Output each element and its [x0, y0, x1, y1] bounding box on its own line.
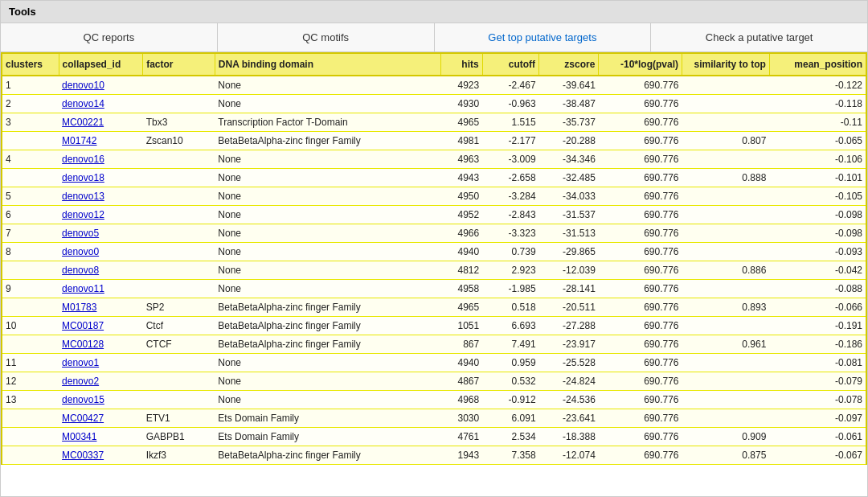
cell-collapsed-id[interactable]: denovo15 [59, 391, 143, 409]
cell-cluster: 3 [2, 113, 59, 132]
cell-collapsed-id[interactable]: M00341 [59, 428, 143, 446]
cell-logpval: 690.776 [599, 391, 682, 409]
cell-cluster: 4 [2, 150, 59, 169]
cell-dna: None [215, 243, 441, 261]
cell-mean: -0.118 [769, 95, 866, 113]
cell-dna: BetaBetaAlpha-zinc finger Family [215, 317, 441, 335]
tab-check[interactable]: Check a putative target [651, 23, 867, 51]
cell-factor [143, 224, 215, 243]
cell-hits: 4950 [441, 187, 482, 206]
table-row: M01742Zscan10BetaBetaAlpha-zinc finger F… [2, 132, 866, 150]
cell-hits: 4867 [441, 372, 482, 391]
table-row: 8denovo0None49400.739-29.865690.776-0.09… [2, 243, 866, 261]
cell-mean: -0.105 [769, 187, 866, 206]
cell-dna: None [215, 206, 441, 224]
cell-logpval: 690.776 [599, 76, 682, 95]
table-row: 4denovo16None4963-3.009-34.346690.776-0.… [2, 150, 866, 169]
cell-similarity: 0.886 [682, 261, 770, 280]
cell-collapsed-id[interactable]: denovo1 [59, 354, 143, 372]
cell-logpval: 690.776 [599, 428, 682, 446]
tab-qc-reports[interactable]: QC reports [1, 23, 218, 51]
cell-hits: 4963 [441, 150, 482, 169]
table-row: denovo8None48122.923-12.039690.7760.886-… [2, 261, 866, 280]
table-row: 12denovo2None48670.532-24.824690.776-0.0… [2, 372, 866, 391]
cell-dna: None [215, 280, 441, 298]
cell-collapsed-id[interactable]: MC00221 [59, 113, 143, 132]
tab-qc-motifs[interactable]: QC motifs [218, 23, 435, 51]
cell-factor [143, 169, 215, 187]
cell-mean: -0.066 [769, 298, 866, 317]
cell-factor [143, 372, 215, 391]
cell-zscore: -34.033 [539, 187, 599, 206]
cell-zscore: -39.641 [539, 76, 599, 95]
cell-factor [143, 261, 215, 280]
cell-collapsed-id[interactable]: denovo16 [59, 150, 143, 169]
cell-hits: 4966 [441, 224, 482, 243]
cell-similarity [682, 280, 770, 298]
cell-factor [143, 391, 215, 409]
cell-collapsed-id[interactable]: denovo18 [59, 169, 143, 187]
cell-zscore: -23.917 [539, 335, 599, 354]
cell-mean: -0.088 [769, 280, 866, 298]
cell-collapsed-id[interactable]: M01783 [59, 298, 143, 317]
cell-similarity [682, 206, 770, 224]
cell-collapsed-id[interactable]: denovo2 [59, 372, 143, 391]
cell-similarity: 0.961 [682, 335, 770, 354]
cell-cluster: 10 [2, 317, 59, 335]
cell-mean: -0.065 [769, 132, 866, 150]
cell-hits: 4965 [441, 113, 482, 132]
cell-factor: Ikzf3 [143, 446, 215, 465]
cell-collapsed-id[interactable]: denovo0 [59, 243, 143, 261]
cell-collapsed-id[interactable]: denovo14 [59, 95, 143, 113]
cell-cutoff: -0.963 [482, 95, 538, 113]
cell-collapsed-id[interactable]: denovo13 [59, 187, 143, 206]
cell-cluster [2, 298, 59, 317]
cell-cutoff: -2.177 [482, 132, 538, 150]
cell-similarity [682, 187, 770, 206]
cell-zscore: -12.039 [539, 261, 599, 280]
cell-collapsed-id[interactable]: MC00187 [59, 317, 143, 335]
cell-collapsed-id[interactable]: denovo10 [59, 76, 143, 95]
cell-factor [143, 280, 215, 298]
cell-zscore: -35.737 [539, 113, 599, 132]
cell-mean: -0.042 [769, 261, 866, 280]
cell-logpval: 690.776 [599, 317, 682, 335]
cell-collapsed-id[interactable]: denovo11 [59, 280, 143, 298]
cell-dna: BetaBetaAlpha-zinc finger Family [215, 335, 441, 354]
table-row: 9denovo11None4958-1.985-28.141690.776-0.… [2, 280, 866, 298]
table-row: 5denovo13None4950-3.284-34.033690.776-0.… [2, 187, 866, 206]
cell-hits: 4952 [441, 206, 482, 224]
cell-dna: BetaBetaAlpha-zinc finger Family [215, 446, 441, 465]
cell-cluster: 12 [2, 372, 59, 391]
cell-zscore: -29.865 [539, 243, 599, 261]
table-wrapper[interactable]: clusters collapsed_id factor DNA binding… [1, 52, 867, 496]
cell-collapsed-id[interactable]: MC00427 [59, 409, 143, 428]
cell-collapsed-id[interactable]: denovo8 [59, 261, 143, 280]
cell-dna: None [215, 224, 441, 243]
content-area: clusters collapsed_id factor DNA binding… [1, 52, 867, 496]
cell-collapsed-id[interactable]: MC00128 [59, 335, 143, 354]
cell-zscore: -25.528 [539, 354, 599, 372]
col-header-collapsed: collapsed_id [59, 53, 143, 76]
cell-cluster [2, 335, 59, 354]
cell-dna: None [215, 354, 441, 372]
cell-factor [143, 206, 215, 224]
cell-cutoff: 7.491 [482, 335, 538, 354]
cell-collapsed-id[interactable]: M01742 [59, 132, 143, 150]
cell-similarity [682, 409, 770, 428]
cell-mean: -0.186 [769, 335, 866, 354]
cell-similarity: 0.909 [682, 428, 770, 446]
cell-hits: 1943 [441, 446, 482, 465]
cell-logpval: 690.776 [599, 187, 682, 206]
cell-zscore: -32.485 [539, 169, 599, 187]
cell-cluster [2, 169, 59, 187]
tab-get-top[interactable]: Get top putative targets [435, 23, 652, 51]
cell-collapsed-id[interactable]: denovo12 [59, 206, 143, 224]
cell-collapsed-id[interactable]: MC00337 [59, 446, 143, 465]
cell-collapsed-id[interactable]: denovo5 [59, 224, 143, 243]
cell-cutoff: 0.518 [482, 298, 538, 317]
cell-hits: 4940 [441, 354, 482, 372]
cell-mean: -0.098 [769, 206, 866, 224]
cell-logpval: 690.776 [599, 335, 682, 354]
cell-dna: Ets Domain Family [215, 428, 441, 446]
